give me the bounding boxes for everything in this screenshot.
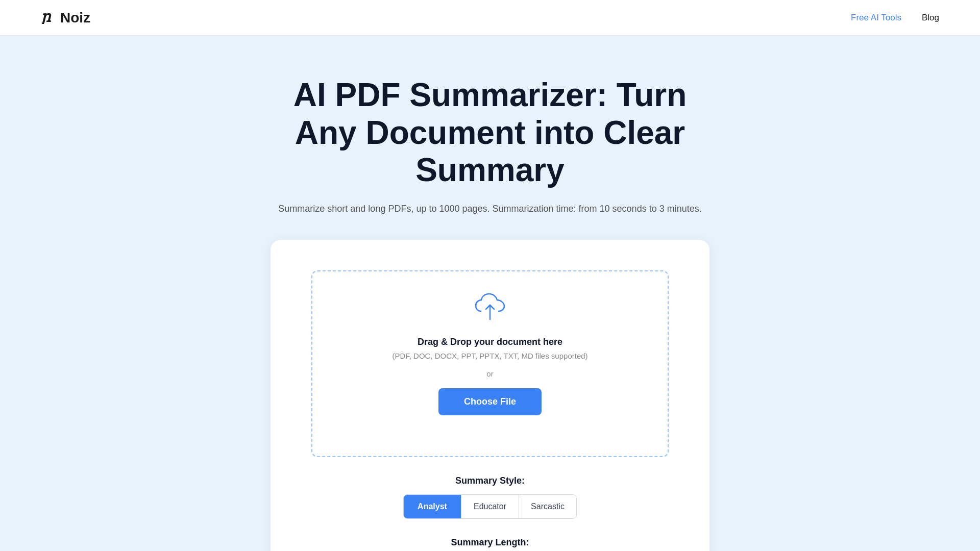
logo-wordmark: Noiz bbox=[60, 10, 90, 26]
header: ɲ Noiz Free AI Tools Blog bbox=[0, 0, 980, 36]
upload-dropzone[interactable]: Drag & Drop your document here (PDF, DOC… bbox=[311, 270, 669, 457]
hero-subtitle: Summarize short and long PDFs, up to 100… bbox=[278, 204, 701, 214]
hero-title: AI PDF Summarizer: Turn Any Document int… bbox=[260, 77, 720, 189]
or-separator: or bbox=[486, 369, 493, 378]
nav: Free AI Tools Blog bbox=[851, 13, 939, 23]
drag-drop-text: Drag & Drop your document here bbox=[418, 337, 562, 347]
logo: ɲ Noiz bbox=[41, 8, 90, 28]
summary-length-label: Summary Length: bbox=[451, 537, 529, 548]
svg-text:ɲ: ɲ bbox=[41, 8, 52, 24]
choose-file-button[interactable]: Choose File bbox=[438, 388, 542, 415]
nav-blog[interactable]: Blog bbox=[922, 13, 939, 23]
style-educator-button[interactable]: Educator bbox=[461, 495, 519, 518]
upload-icon bbox=[475, 292, 505, 324]
supported-formats-text: (PDF, DOC, DOCX, PPT, PPTX, TXT, MD file… bbox=[392, 352, 587, 360]
main-content: AI PDF Summarizer: Turn Any Document int… bbox=[0, 36, 980, 551]
nav-free-ai-tools[interactable]: Free AI Tools bbox=[851, 13, 901, 23]
style-analyst-button[interactable]: Analyst bbox=[404, 495, 461, 518]
style-sarcastic-button[interactable]: Sarcastic bbox=[519, 495, 576, 518]
upload-card: Drag & Drop your document here (PDF, DOC… bbox=[271, 240, 709, 551]
logo-icon: ɲ bbox=[41, 8, 57, 28]
summary-style-label: Summary Style: bbox=[455, 475, 525, 486]
summary-style-toggle-group: Analyst Educator Sarcastic bbox=[403, 494, 577, 519]
